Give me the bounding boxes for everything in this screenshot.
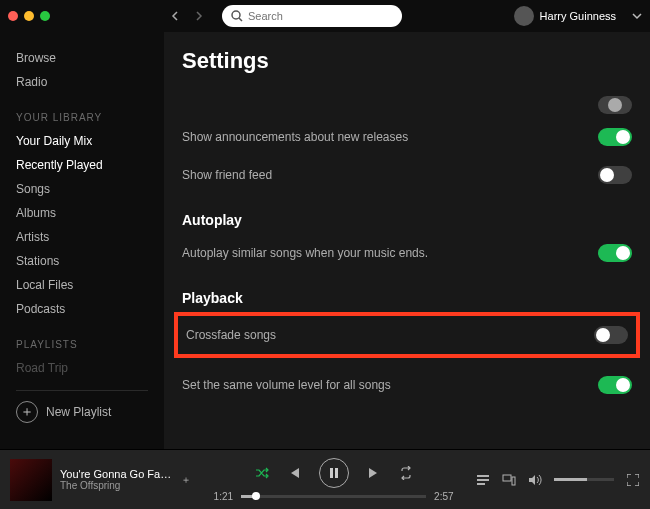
sidebar-item-radio[interactable]: Radio [16,70,148,94]
sidebar-item-daily-mix[interactable]: Your Daily Mix [16,129,148,153]
time-total: 2:57 [434,491,453,502]
svg-rect-6 [477,483,485,485]
setting-label: Autoplay similar songs when your music e… [182,246,428,260]
sidebar-item-albums[interactable]: Albums [16,201,148,225]
back-button[interactable] [170,11,190,21]
sidebar: Browse Radio YOUR LIBRARY Your Daily Mix… [0,32,164,449]
svg-rect-3 [335,468,338,478]
window-controls [8,11,50,21]
setting-row-crossfade: Crossfade songs [186,322,628,348]
playback-controls: 1:21 2:57 [191,458,476,502]
sidebar-item-local-files[interactable]: Local Files [16,273,148,297]
setting-label: Crossfade songs [186,328,276,342]
album-art[interactable] [10,459,52,501]
progress-bar[interactable]: 1:21 2:57 [214,491,454,502]
highlighted-setting: Crossfade songs [174,312,640,358]
section-playback: Playback [182,290,632,306]
titlebar: Harry Guinness [0,0,650,32]
nav-arrows [170,11,214,21]
toggle-autoplay[interactable] [598,244,632,262]
user-menu[interactable]: Harry Guinness [514,6,642,26]
svg-rect-7 [503,475,511,481]
svg-rect-4 [477,475,489,477]
sidebar-header-playlists: PLAYLISTS [16,339,148,350]
svg-line-1 [239,18,242,21]
new-playlist-label: New Playlist [46,405,111,419]
player-bar: You're Gonna Go Fa… The Offspring ＋ 1:21 [0,449,650,509]
forward-button[interactable] [194,11,214,21]
setting-label: Show announcements about new releases [182,130,408,144]
setting-label: Set the same volume level for all songs [182,378,391,392]
sidebar-header-library: YOUR LIBRARY [16,112,148,123]
time-elapsed: 1:21 [214,491,233,502]
next-button[interactable] [367,466,381,480]
toggle-announcements[interactable] [598,128,632,146]
new-playlist-button[interactable]: ＋ New Playlist [16,391,148,433]
now-playing-info: You're Gonna Go Fa… The Offspring [60,468,171,491]
avatar [514,6,534,26]
toggle-crossfade[interactable] [594,326,628,344]
toggle-friend-feed[interactable] [598,166,632,184]
setting-row-autoplay: Autoplay similar songs when your music e… [182,234,632,272]
setting-row-announcements: Show announcements about new releases [182,118,632,156]
sidebar-item-browse[interactable]: Browse [16,46,148,70]
shuffle-button[interactable] [255,466,269,480]
devices-button[interactable] [502,473,516,487]
setting-row-friend-feed: Show friend feed [182,156,632,194]
minimize-window-button[interactable] [24,11,34,21]
add-track-button[interactable]: ＋ [181,473,191,487]
svg-rect-5 [477,479,489,481]
sidebar-item-recently-played[interactable]: Recently Played [16,153,148,177]
right-controls [476,473,640,487]
track-artist[interactable]: The Offspring [60,480,171,491]
volume-icon[interactable] [528,473,542,487]
close-window-button[interactable] [8,11,18,21]
page-title: Settings [182,48,632,74]
chevron-down-icon[interactable] [632,11,642,21]
play-pause-button[interactable] [319,458,349,488]
search-icon [230,9,244,23]
repeat-button[interactable] [399,466,413,480]
sidebar-item-artists[interactable]: Artists [16,225,148,249]
plus-icon: ＋ [16,401,38,423]
section-autoplay: Autoplay [182,212,632,228]
track-title[interactable]: You're Gonna Go Fa… [60,468,171,480]
svg-rect-8 [512,477,515,485]
sidebar-item-stations[interactable]: Stations [16,249,148,273]
svg-rect-2 [330,468,333,478]
sidebar-item-podcasts[interactable]: Podcasts [16,297,148,321]
sidebar-item-songs[interactable]: Songs [16,177,148,201]
setting-label: Show friend feed [182,168,272,182]
toggle-normalize[interactable] [598,376,632,394]
toggle-truncated[interactable] [598,96,632,114]
sidebar-item-playlist[interactable]: Road Trip [16,356,148,380]
fullscreen-button[interactable] [626,473,640,487]
queue-button[interactable] [476,473,490,487]
main-content: Settings Show announcements about new re… [164,32,650,449]
search-box[interactable] [222,5,402,27]
user-name: Harry Guinness [540,10,616,22]
setting-row-normalize: Set the same volume level for all songs [182,366,632,404]
previous-button[interactable] [287,466,301,480]
svg-point-0 [232,11,240,19]
maximize-window-button[interactable] [40,11,50,21]
volume-slider[interactable] [554,478,614,481]
search-input[interactable] [248,10,394,22]
